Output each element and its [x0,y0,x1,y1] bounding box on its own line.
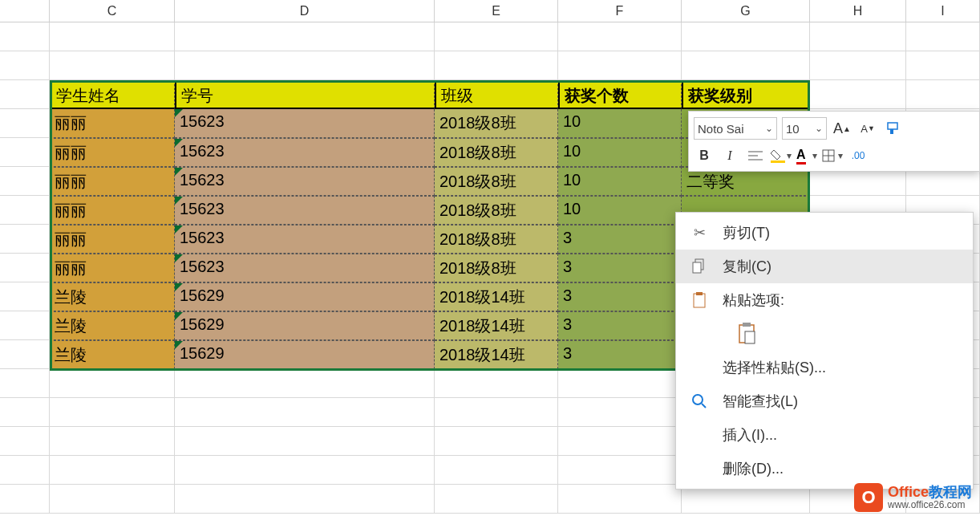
cell[interactable] [175,22,435,51]
menu-delete[interactable]: 删除(D)... [676,452,973,485]
cell[interactable] [906,51,980,80]
cell[interactable] [810,80,906,109]
cell[interactable] [0,167,50,196]
cell[interactable] [0,254,50,282]
cell[interactable] [435,22,558,51]
cell-id[interactable]: 15623 [175,109,435,138]
cell[interactable] [0,456,50,485]
menu-cut[interactable]: ✂ 剪切(T) [676,216,973,250]
cell[interactable] [175,369,435,398]
cell[interactable] [435,485,558,514]
cell-count[interactable]: 3 [558,254,682,282]
col-header-F[interactable]: F [558,0,682,22]
cell-count[interactable]: 10 [558,138,682,167]
cell-count[interactable]: 10 [558,167,682,196]
cell[interactable] [50,22,175,51]
font-color-button[interactable]: A▾ [796,145,817,166]
cell[interactable] [175,456,435,485]
cell-class[interactable]: 2018级14班 [435,340,558,369]
cell[interactable] [810,51,906,80]
cell-name[interactable]: 丽丽 [50,167,175,196]
cell[interactable] [0,80,50,109]
menu-smart-lookup[interactable]: 智能查找(L) [676,384,973,418]
bold-button[interactable]: B [694,145,715,166]
cell[interactable] [558,398,682,427]
cell[interactable] [50,456,175,485]
cell[interactable] [50,485,175,514]
font-size-select[interactable]: 10 ⌄ [782,117,827,140]
cell[interactable] [558,456,682,485]
cell[interactable] [435,427,558,456]
cell[interactable] [0,340,50,369]
cell-class[interactable]: 2018级8班 [435,167,558,196]
cell-count[interactable]: 3 [558,225,682,254]
cell[interactable] [558,369,682,398]
cell[interactable] [0,282,50,311]
cell[interactable] [906,22,980,51]
cell-count[interactable]: 3 [558,311,682,340]
shrink-font-button[interactable]: A▼ [857,118,878,139]
cell[interactable] [810,22,906,51]
cell[interactable] [0,51,50,80]
cell[interactable] [558,485,682,514]
cell[interactable] [50,369,175,398]
cell-id[interactable]: 15623 [175,138,435,167]
cell[interactable] [558,427,682,456]
cell-name[interactable]: 兰陵 [50,282,175,311]
align-button[interactable] [745,145,766,166]
cell-class[interactable]: 2018级8班 [435,196,558,225]
cell-id[interactable]: 15629 [175,282,435,311]
header-name[interactable]: 学生姓名 [50,80,175,109]
cell[interactable] [0,196,50,225]
cell-class[interactable]: 2018级8班 [435,109,558,138]
cell[interactable] [435,456,558,485]
cell-count[interactable]: 3 [558,282,682,311]
cell[interactable] [682,51,810,80]
cell-count[interactable]: 3 [558,340,682,369]
cell[interactable] [558,22,682,51]
header-class[interactable]: 班级 [435,80,558,109]
col-header-D[interactable]: D [175,0,435,22]
col-header-E[interactable]: E [435,0,558,22]
cell-class[interactable]: 2018级8班 [435,254,558,282]
cell-id[interactable]: 15623 [175,225,435,254]
cell[interactable] [175,398,435,427]
cell[interactable] [435,51,558,80]
format-painter-button[interactable] [883,118,904,139]
cell[interactable] [0,22,50,51]
cell-class[interactable]: 2018级8班 [435,138,558,167]
cell[interactable] [175,485,435,514]
cell[interactable] [50,51,175,80]
cell-id[interactable]: 15623 [175,167,435,196]
cell-name[interactable]: 丽丽 [50,225,175,254]
cell[interactable] [0,311,50,340]
cell[interactable] [0,138,50,167]
cell-class[interactable]: 2018级14班 [435,282,558,311]
col-header-B[interactable] [0,0,50,22]
cell[interactable] [175,51,435,80]
grow-font-button[interactable]: A▲ [832,118,852,139]
cell-name[interactable]: 兰陵 [50,340,175,369]
col-header-G[interactable]: G [682,0,810,22]
menu-paste-special[interactable]: 选择性粘贴(S)... [676,351,973,384]
cell[interactable] [0,398,50,427]
cell-name[interactable]: 兰陵 [50,311,175,340]
row-blank[interactable] [0,51,980,80]
cell[interactable] [435,398,558,427]
cell[interactable] [682,22,810,51]
menu-copy[interactable]: 复制(C) [676,250,973,283]
fill-color-button[interactable]: ▾ [771,145,792,166]
cell-name[interactable]: 丽丽 [50,254,175,282]
cell[interactable] [0,225,50,254]
row-blank[interactable] [0,22,980,51]
cell-id[interactable]: 15623 [175,196,435,225]
paste-button[interactable] [737,322,758,346]
cell-name[interactable]: 丽丽 [50,196,175,225]
cell[interactable] [0,427,50,456]
header-id[interactable]: 学号 [175,80,435,109]
cell[interactable] [906,80,980,109]
cell[interactable] [0,369,50,398]
cell[interactable] [175,427,435,456]
cell[interactable] [50,398,175,427]
cell[interactable] [50,427,175,456]
